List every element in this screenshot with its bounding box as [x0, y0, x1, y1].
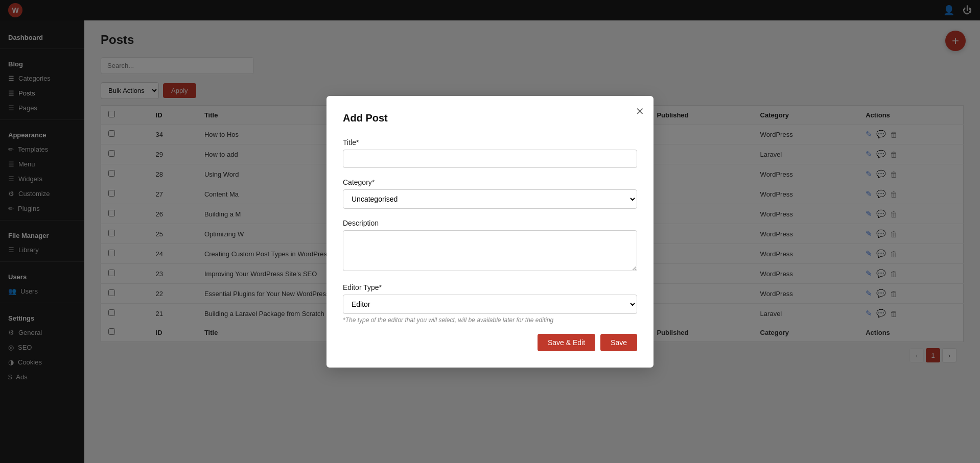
editor-type-select[interactable]: Editor Block Editor Classic Editor — [343, 295, 637, 314]
modal-actions: Save & Edit Save — [343, 334, 637, 351]
modal-overlay: ✕ Add Post Title* Category* Uncategorise… — [0, 0, 980, 463]
editor-type-form-group: Editor Type* Editor Block Editor Classic… — [343, 283, 637, 324]
title-label: Title* — [343, 138, 637, 147]
description-textarea[interactable] — [343, 230, 637, 271]
description-label: Description — [343, 219, 637, 227]
category-select[interactable]: Uncategorised WordPress Laravel — [343, 189, 637, 209]
title-input[interactable] — [343, 150, 637, 168]
category-label: Category* — [343, 178, 637, 186]
category-form-group: Category* Uncategorised WordPress Larave… — [343, 178, 637, 209]
modal-title: Add Post — [343, 112, 637, 124]
editor-hint: *The type of the editor that you will se… — [343, 316, 637, 324]
save-button[interactable]: Save — [600, 334, 637, 351]
modal-close-button[interactable]: ✕ — [636, 105, 644, 117]
editor-type-label: Editor Type* — [343, 283, 637, 291]
add-post-modal: ✕ Add Post Title* Category* Uncategorise… — [326, 96, 654, 368]
title-form-group: Title* — [343, 138, 637, 168]
description-form-group: Description — [343, 219, 637, 273]
save-edit-button[interactable]: Save & Edit — [538, 334, 595, 351]
